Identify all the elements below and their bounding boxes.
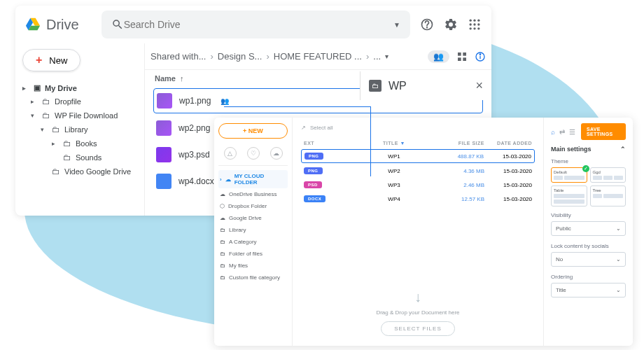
share-icon: 👥 bbox=[220, 97, 229, 105]
settings-heading[interactable]: Main settings⌃ bbox=[551, 146, 626, 153]
select-files-button[interactable]: SELECT FILES bbox=[381, 321, 454, 336]
svg-rect-14 bbox=[463, 57, 466, 61]
lock-label: Lock content by socials bbox=[551, 243, 626, 249]
theme-table[interactable]: Table bbox=[551, 186, 587, 206]
file-thumb bbox=[156, 147, 172, 162]
tree-books[interactable]: ▸🗀Books bbox=[22, 136, 137, 150]
people-icon[interactable]: 👥 bbox=[428, 50, 449, 63]
wp-table-row[interactable]: DOCXWP412.57 KB15-03-2020 bbox=[293, 192, 543, 206]
connector-line bbox=[224, 106, 371, 176]
apps-icon[interactable] bbox=[468, 18, 482, 31]
svg-point-2 bbox=[470, 20, 472, 22]
crumb-design[interactable]: Design S... bbox=[218, 51, 262, 62]
info-icon[interactable] bbox=[475, 51, 486, 62]
file-thumb bbox=[156, 174, 172, 189]
crumb-caret-icon[interactable]: ▾ bbox=[385, 52, 388, 60]
theme-default[interactable]: Default bbox=[551, 167, 587, 183]
header-actions bbox=[420, 18, 482, 31]
tree-my-drive[interactable]: ▸▣My Drive bbox=[22, 81, 137, 94]
svg-rect-12 bbox=[463, 52, 466, 56]
search-icon bbox=[111, 18, 124, 31]
filter-icon[interactable]: ⇄ bbox=[559, 128, 565, 136]
folder-icon: 🗀 bbox=[369, 80, 382, 92]
help-icon[interactable] bbox=[420, 18, 434, 31]
svg-point-10 bbox=[477, 27, 479, 29]
wp-folder-item[interactable]: 🗀My files bbox=[218, 260, 288, 272]
svg-rect-13 bbox=[458, 57, 461, 61]
save-settings-button[interactable]: SAVE SETTINGS bbox=[581, 123, 626, 140]
tree-dropfile[interactable]: ▸🗀Dropfile bbox=[22, 94, 137, 108]
wp-folder-item[interactable]: 🗀Folder of files bbox=[218, 248, 288, 260]
close-icon[interactable]: × bbox=[475, 78, 483, 93]
wp-folder-item[interactable]: 🗀Custom file category bbox=[218, 272, 288, 284]
gdrive-header: Drive ▼ bbox=[15, 6, 491, 43]
grid-view-icon[interactable] bbox=[456, 51, 468, 62]
gdrive-brand: Drive bbox=[46, 17, 79, 33]
crumb-home[interactable]: HOME FEATURED ... bbox=[274, 51, 362, 62]
theme-ggd[interactable]: Ggd bbox=[590, 167, 626, 183]
chevron-up-icon: ⌃ bbox=[620, 146, 626, 153]
chevron-down-icon: ⌄ bbox=[616, 225, 621, 232]
drive-icon bbox=[25, 17, 41, 32]
wp-table-row[interactable]: PSDWP32.46 MB15-03-2020 bbox=[293, 178, 543, 192]
file-name: wp3.psd bbox=[178, 150, 210, 160]
svg-point-6 bbox=[473, 23, 475, 25]
gdrive-logo[interactable]: Drive bbox=[25, 17, 79, 33]
file-name: wp4.docx bbox=[178, 176, 214, 186]
detail-title: WP bbox=[388, 80, 407, 92]
wp-folder-item[interactable]: 🗀Library bbox=[218, 224, 288, 236]
wp-folder-list: ›☁MY CLOUD FOLDER☁OneDrive Business⬡Drop… bbox=[218, 170, 288, 284]
svg-point-8 bbox=[470, 27, 472, 29]
wp-folder-item[interactable]: ☁OneDrive Business bbox=[218, 188, 288, 200]
drop-text: Drag & Drop your Document here bbox=[293, 309, 543, 316]
folder-tree: ▸▣My Drive ▸🗀Dropfile ▾🗀WP File Download… bbox=[22, 81, 137, 178]
visibility-label: Visibility bbox=[551, 212, 626, 218]
gear-icon[interactable] bbox=[444, 18, 458, 31]
svg-point-3 bbox=[473, 20, 475, 22]
file-name: wp1.png bbox=[179, 96, 211, 106]
wp-folder-item[interactable]: ☁Google Drive bbox=[218, 212, 288, 224]
drop-zone[interactable]: ↓ Drag & Drop your Document here SELECT … bbox=[293, 279, 543, 346]
svg-point-5 bbox=[470, 23, 472, 25]
search-icon[interactable]: ⌕ bbox=[551, 128, 555, 136]
svg-point-1 bbox=[427, 27, 428, 28]
file-name: wp2.png bbox=[178, 123, 210, 133]
chevron-down-icon: ⌄ bbox=[616, 287, 621, 293]
theme-tree[interactable]: Tree bbox=[590, 186, 626, 206]
theme-picker: Default Ggd Table Tree bbox=[551, 167, 626, 206]
download-icon: ↓ bbox=[293, 289, 543, 305]
theme-label: Theme bbox=[551, 158, 626, 164]
chevron-down-icon: ⌄ bbox=[616, 256, 621, 262]
col-date[interactable]: DATE ADDED bbox=[484, 141, 532, 146]
wp-folder-item[interactable]: ⬡Dropbox Folder bbox=[218, 200, 288, 212]
file-thumb bbox=[157, 93, 172, 108]
sort-icon[interactable]: ☰ bbox=[569, 128, 575, 136]
gdrive-sidebar: + New ▸▣My Drive ▸🗀Dropfile ▾🗀WP File Do… bbox=[15, 43, 144, 216]
col-size[interactable]: FILE SIZE bbox=[442, 141, 484, 146]
tree-videogd[interactable]: 🗀Video Google Drive bbox=[22, 164, 137, 178]
wp-folder-item[interactable]: 🗀A Category bbox=[218, 236, 288, 248]
file-thumb bbox=[156, 120, 172, 136]
plus-icon: + bbox=[36, 54, 42, 66]
wp-settings: ⌕ ⇄ ☰ SAVE SETTINGS Main settings⌃ Theme… bbox=[543, 118, 633, 346]
crumb-more[interactable]: ... bbox=[373, 51, 381, 62]
tree-wpfiledl[interactable]: ▾🗀WP File Download bbox=[22, 108, 137, 122]
visibility-select[interactable]: Public⌄ bbox=[551, 221, 626, 236]
search-caret-icon[interactable]: ▼ bbox=[393, 21, 400, 29]
search-bar[interactable]: ▼ bbox=[102, 10, 410, 38]
svg-point-9 bbox=[473, 27, 475, 29]
tree-sounds[interactable]: 🗀Sounds bbox=[22, 150, 137, 164]
svg-point-17 bbox=[479, 54, 480, 55]
ordering-select[interactable]: Title⌄ bbox=[551, 283, 626, 298]
svg-point-4 bbox=[477, 20, 479, 22]
new-button[interactable]: + New bbox=[22, 49, 80, 71]
search-input[interactable] bbox=[124, 19, 393, 30]
new-label: New bbox=[49, 55, 67, 66]
breadcrumb: Shared with...› Design S...› HOME FEATUR… bbox=[145, 43, 491, 70]
svg-rect-11 bbox=[458, 52, 461, 56]
crumb-shared[interactable]: Shared with... bbox=[150, 51, 206, 62]
lock-select[interactable]: No⌄ bbox=[551, 252, 626, 267]
ordering-label: Ordering bbox=[551, 274, 626, 280]
detail-panel: 🗀 WP × bbox=[360, 71, 491, 100]
tree-library[interactable]: ▾🗀Library bbox=[22, 122, 137, 136]
